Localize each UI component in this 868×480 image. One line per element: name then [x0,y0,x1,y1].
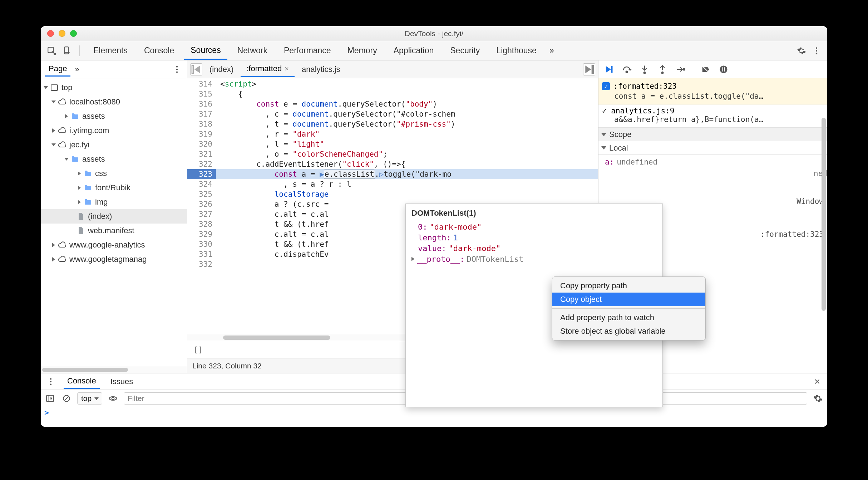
svg-point-15 [644,72,646,74]
deactivate-breakpoints-button[interactable] [700,64,711,75]
tab-sources[interactable]: Sources [184,42,227,60]
tree-item[interactable]: assets [82,155,105,164]
svg-point-19 [683,68,685,70]
pause-on-exceptions-button[interactable] [718,64,729,75]
context-menu-item[interactable]: Store object as global variable [552,324,705,338]
context-menu-item[interactable]: Copy property path [552,279,705,293]
tree-item[interactable]: assets [82,112,105,121]
tree-host[interactable]: www.google-analytics [69,240,145,250]
live-expression-icon[interactable] [107,393,119,404]
step-out-button[interactable] [657,64,668,75]
file-icon [77,212,85,221]
step-button[interactable] [675,64,686,75]
frame-icon [50,83,59,92]
right-panel-scrollbar[interactable] [822,118,826,311]
tree-item[interactable]: web.manifest [88,226,134,235]
history-back-button[interactable] [190,63,202,75]
tab-security[interactable]: Security [444,42,486,59]
context-menu-item[interactable]: Copy object [552,293,705,306]
page-tab[interactable]: Page [45,62,70,77]
scope-window-label: Window [797,197,824,206]
breakpoint-entry-2[interactable]: ✓ analytics.js:9 a&&a.href}return a},B=f… [598,104,827,128]
popover-row[interactable]: 0: "dark-mode" [411,221,657,232]
context-select[interactable]: top [77,392,102,405]
tree-item[interactable]: img [95,197,108,207]
file-tab-index[interactable]: (index) [204,62,239,77]
tree-item[interactable]: (index) [88,212,112,221]
popover-row[interactable]: __proto__: DOMTokenList [411,254,657,264]
console-settings-icon[interactable] [812,393,824,404]
checkbox-icon[interactable]: ✓ [602,107,607,115]
context-menu-item[interactable]: Add property path to watch [552,311,705,324]
svg-rect-27 [46,395,54,401]
file-tab-analytics[interactable]: analytics.js [296,62,346,77]
tabs-overflow-button[interactable]: » [547,42,557,59]
file-tree[interactable]: top localhost:8080 assets i.ytimg.com [41,78,187,366]
svg-point-7 [176,68,178,70]
tab-performance[interactable]: Performance [277,42,337,59]
console-sidebar-toggle-icon[interactable] [44,393,56,404]
svg-point-6 [176,66,178,67]
call-frame-ref[interactable]: :formatted:323 [760,230,824,239]
scope-section-header[interactable]: Scope [598,128,827,141]
navigator-overflow[interactable]: » [75,65,79,74]
tree-host[interactable]: www.googletagmanag [69,255,147,264]
svg-point-17 [662,72,664,74]
console-body[interactable]: > [41,407,827,427]
clear-console-icon[interactable] [61,393,72,404]
tree-item[interactable]: css [95,169,107,178]
inspect-element-icon[interactable] [46,45,57,57]
svg-rect-9 [51,85,58,90]
svg-rect-23 [724,67,725,72]
line-gutter[interactable]: 3143153163173183193203213223233243253263… [187,78,216,334]
navigator-more-icon[interactable] [171,64,183,75]
cursor-position: Line 323, Column 32 [192,362,262,370]
tree-top[interactable]: top [61,83,73,92]
resume-button[interactable] [603,64,614,75]
svg-line-30 [65,396,69,400]
drawer-tab-console[interactable]: Console [64,374,100,389]
sidebar-horizontal-scrollbar[interactable] [41,366,187,373]
tree-host[interactable]: jec.fyi [69,140,89,150]
device-toolbar-icon[interactable] [61,45,72,57]
breakpoint-location: :formatted:323 [613,82,677,90]
close-tab-icon[interactable]: × [285,65,289,73]
scope-local-header[interactable]: Local [598,141,827,155]
settings-icon[interactable] [796,45,807,57]
tab-network[interactable]: Network [231,42,274,59]
folder-icon [84,198,92,206]
popover-row[interactable]: value: "dark-mode" [411,243,657,254]
more-menu-icon[interactable] [811,45,822,57]
editor-tabbar: (index) :formatted× analytics.js [187,60,598,78]
popover-row[interactable]: length: 1 [411,232,657,243]
step-into-button[interactable] [639,64,650,75]
svg-point-3 [816,47,817,49]
tree-item[interactable]: font/Rubik [95,183,130,192]
file-tab-formatted[interactable]: :formatted× [241,61,295,77]
svg-point-5 [816,53,817,54]
close-drawer-icon[interactable]: × [812,376,823,387]
history-forward-button[interactable] [583,63,595,75]
tab-memory[interactable]: Memory [341,42,384,59]
titlebar: DevTools - jec.fyi/ [41,26,827,41]
drawer-tab-issues[interactable]: Issues [107,375,137,388]
checkbox-icon[interactable]: ✓ [602,82,610,90]
svg-rect-11 [592,65,593,73]
breakpoint-entry-1[interactable]: ✓ :formatted:323 const a = e.classList.t… [598,78,827,104]
step-over-button[interactable] [621,64,632,75]
svg-point-4 [816,50,817,51]
svg-rect-10 [192,65,193,73]
tree-host[interactable]: localhost:8080 [69,97,120,107]
tree-host[interactable]: i.ytimg.com [69,126,109,135]
top-toolbar: Elements Console Sources Network Perform… [41,41,827,60]
cloud-icon [58,141,66,149]
tab-lighthouse[interactable]: Lighthouse [490,42,543,59]
svg-point-25 [50,381,51,382]
drawer-more-icon[interactable] [45,376,56,387]
tab-elements[interactable]: Elements [87,42,134,59]
svg-rect-1 [65,47,69,54]
tab-console[interactable]: Console [138,42,181,59]
tab-application[interactable]: Application [387,42,440,59]
sources-navigator: Page » top localhost:8080 [41,60,187,373]
console-prompt: > [44,408,49,417]
